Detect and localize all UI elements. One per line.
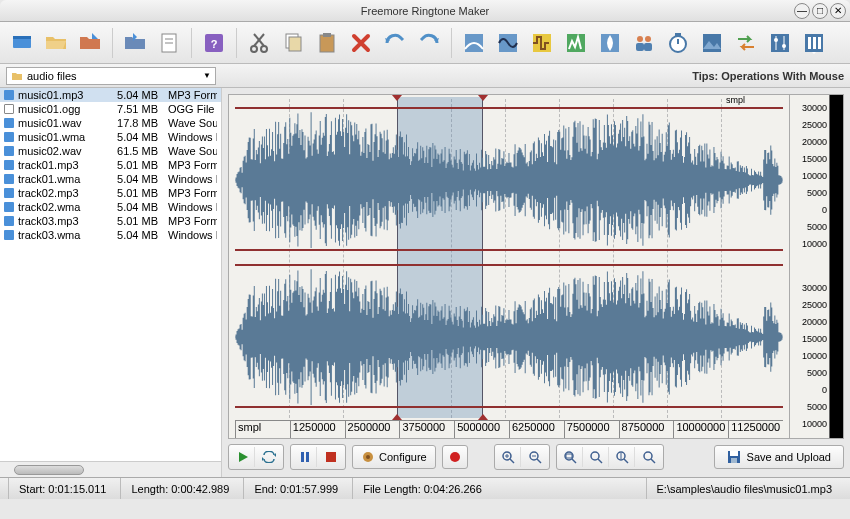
open-folder-button[interactable] xyxy=(40,27,72,59)
folder-combo[interactable]: audio files ▼ xyxy=(6,67,216,85)
maximize-button[interactable]: □ xyxy=(812,3,828,19)
file-row[interactable]: track02.mp3 5.01 MB MP3 Forma xyxy=(0,186,221,200)
new-button[interactable] xyxy=(6,27,38,59)
svg-rect-63 xyxy=(730,451,738,456)
configure-button[interactable]: Configure xyxy=(352,445,436,469)
amplitude-scale: 3000025000200001500010000500005000100003… xyxy=(789,95,829,438)
delete-button[interactable] xyxy=(345,27,377,59)
file-name: track01.wma xyxy=(18,173,110,185)
settings-button[interactable] xyxy=(798,27,830,59)
file-size: 61.5 MB xyxy=(114,145,164,157)
transfer-button[interactable] xyxy=(730,27,762,59)
play-button[interactable] xyxy=(231,447,255,467)
svg-rect-35 xyxy=(813,37,816,49)
file-row[interactable]: track01.wma 5.04 MB Windows M xyxy=(0,172,221,186)
file-row[interactable]: music02.wav 61.5 MB Wave Soun xyxy=(0,144,221,158)
status-length: 0:00:42.989 xyxy=(171,483,229,495)
time-ruler: smpl125000025000003750000500000062500007… xyxy=(235,420,783,438)
paste-button[interactable] xyxy=(311,27,343,59)
file-row[interactable]: music01.wma 5.04 MB Windows M xyxy=(0,130,221,144)
svg-line-50 xyxy=(537,459,541,463)
file-icon xyxy=(4,230,14,240)
redo-button[interactable] xyxy=(413,27,445,59)
file-type: OGG File xyxy=(168,103,217,115)
svg-line-61 xyxy=(651,459,655,463)
image-button[interactable] xyxy=(696,27,728,59)
status-filelen: 0:04:26.266 xyxy=(424,483,482,495)
file-name: track01.mp3 xyxy=(18,159,110,171)
file-icon xyxy=(4,202,14,212)
stop-button[interactable] xyxy=(319,447,343,467)
close-button[interactable]: ✕ xyxy=(830,3,846,19)
file-name: music01.ogg xyxy=(18,103,110,115)
users-button[interactable] xyxy=(628,27,660,59)
file-list[interactable]: music01.mp3 5.04 MB MP3 Forma music01.og… xyxy=(0,88,221,461)
mixer-button[interactable] xyxy=(764,27,796,59)
file-name: music02.wav xyxy=(18,145,110,157)
file-row[interactable]: music01.ogg 7.51 MB OGG File xyxy=(0,102,221,116)
file-type: Windows M xyxy=(168,131,217,143)
file-row[interactable]: track02.wma 5.04 MB Windows M xyxy=(0,200,221,214)
zoom-sel-button[interactable] xyxy=(585,447,609,467)
minimize-button[interactable]: — xyxy=(794,3,810,19)
file-type: MP3 Forma xyxy=(168,187,217,199)
file-type: MP3 Forma xyxy=(168,159,217,171)
pause-button[interactable] xyxy=(293,447,317,467)
horizontal-scrollbar[interactable] xyxy=(0,461,221,477)
open-file-button[interactable] xyxy=(74,27,106,59)
folder-name: audio files xyxy=(27,70,77,82)
statusbar: Start: 0:01:15.011 Length: 0:00:42.989 E… xyxy=(0,477,850,499)
file-row[interactable]: track01.mp3 5.01 MB MP3 Forma xyxy=(0,158,221,172)
svg-point-43 xyxy=(366,455,370,459)
waveform-container[interactable]: smpl smpl1250000250000037500005000000625… xyxy=(228,94,844,439)
effect4-button[interactable] xyxy=(560,27,592,59)
svg-line-56 xyxy=(598,459,602,463)
sub-toolbar: audio files ▼ Tips: Operations With Mous… xyxy=(0,64,850,88)
zoom-out-button[interactable] xyxy=(523,447,547,467)
svg-point-20 xyxy=(637,36,643,42)
cut-button[interactable] xyxy=(243,27,275,59)
file-size: 5.01 MB xyxy=(114,159,164,171)
svg-rect-12 xyxy=(289,37,301,51)
copy-button[interactable] xyxy=(277,27,309,59)
effect3-button[interactable] xyxy=(526,27,558,59)
save-upload-button[interactable]: Save and Upload xyxy=(714,445,844,469)
file-icon xyxy=(4,90,14,100)
timer-button[interactable] xyxy=(662,27,694,59)
file-row[interactable]: track03.mp3 5.01 MB MP3 Forma xyxy=(0,214,221,228)
svg-rect-40 xyxy=(306,452,309,462)
file-type: Windows M xyxy=(168,229,217,241)
record-icon xyxy=(449,451,461,463)
zoom-v-out-button[interactable] xyxy=(637,447,661,467)
tips-label: Tips: Operations With Mouse xyxy=(692,70,844,82)
zoom-v-in-button[interactable] xyxy=(611,447,635,467)
file-size: 5.04 MB xyxy=(114,173,164,185)
file-row[interactable]: music01.mp3 5.04 MB MP3 Forma xyxy=(0,88,221,102)
undo-button[interactable] xyxy=(379,27,411,59)
vertical-scrollbar[interactable] xyxy=(829,95,843,438)
effect5-button[interactable] xyxy=(594,27,626,59)
file-row[interactable]: track03.wma 5.04 MB Windows M xyxy=(0,228,221,242)
zoom-fit-button[interactable] xyxy=(559,447,583,467)
file-sidebar: music01.mp3 5.04 MB MP3 Forma music01.og… xyxy=(0,88,222,477)
file-row[interactable]: music01.wav 17.8 MB Wave Soun xyxy=(0,116,221,130)
waveform-channel-left xyxy=(229,95,789,263)
loop-button[interactable] xyxy=(257,447,281,467)
save-button[interactable] xyxy=(119,27,151,59)
file-icon xyxy=(4,118,14,128)
file-size: 7.51 MB xyxy=(114,103,164,115)
file-type: Windows M xyxy=(168,201,217,213)
effect1-button[interactable] xyxy=(458,27,490,59)
svg-line-46 xyxy=(510,459,514,463)
file-icon xyxy=(4,160,14,170)
svg-point-31 xyxy=(774,38,778,42)
effect2-button[interactable] xyxy=(492,27,524,59)
file-size: 5.04 MB xyxy=(114,89,164,101)
svg-point-21 xyxy=(645,36,651,42)
record-button[interactable] xyxy=(442,445,468,469)
svg-point-55 xyxy=(591,452,599,460)
help-button[interactable]: ? xyxy=(198,27,230,59)
document-button[interactable] xyxy=(153,27,185,59)
svg-point-32 xyxy=(782,44,786,48)
zoom-in-button[interactable] xyxy=(497,447,521,467)
